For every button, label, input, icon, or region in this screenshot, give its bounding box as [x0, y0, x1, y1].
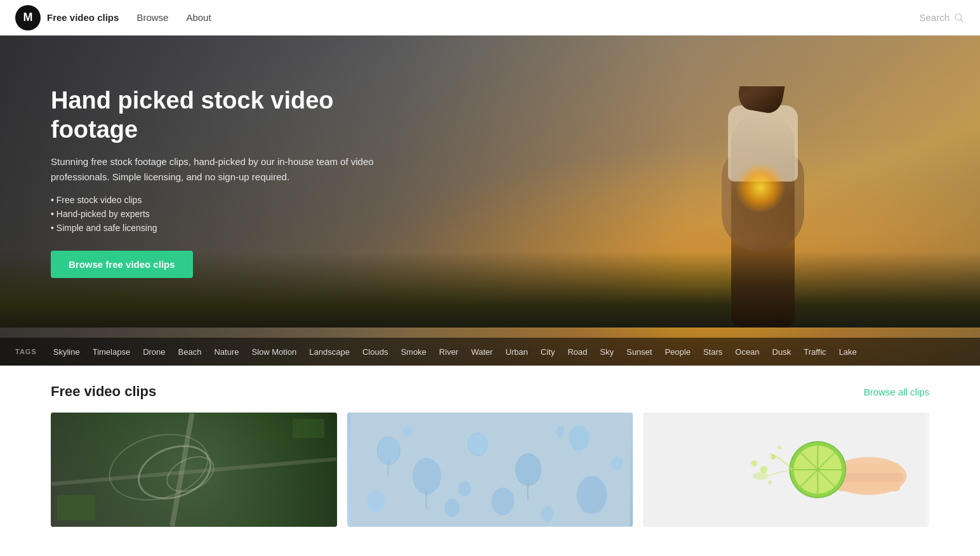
tag-slow-motion[interactable]: Slow Motion [245, 347, 303, 357]
tag-traffic[interactable]: Traffic [797, 347, 832, 357]
tag-sunset[interactable]: Sunset [620, 347, 658, 357]
clip-card-aerial[interactable] [51, 413, 337, 527]
search-area: Search [919, 12, 965, 23]
nav-about[interactable]: About [186, 12, 211, 23]
hero-subtitle: Stunning free stock footage clips, hand-… [51, 154, 381, 185]
tag-timelapse[interactable]: Timelapse [86, 347, 136, 357]
search-icon[interactable] [953, 12, 965, 23]
site-name: Free video clips [47, 12, 119, 23]
svg-point-31 [769, 480, 772, 484]
svg-point-16 [555, 426, 564, 437]
tags-bar: TAGS Skyline Timelapse Drone Beach Natur… [0, 338, 980, 366]
svg-point-12 [541, 506, 553, 522]
tag-ocean[interactable]: Ocean [729, 347, 765, 357]
tag-sky[interactable]: Sky [593, 347, 620, 357]
tag-people[interactable]: People [658, 347, 696, 357]
svg-point-5 [468, 433, 487, 456]
tag-beach[interactable]: Beach [172, 347, 208, 357]
tag-stars[interactable]: Stars [697, 347, 729, 357]
hero-content: Hand picked stock video footage Stunning… [51, 86, 381, 278]
svg-point-4 [413, 458, 440, 494]
browse-all-link[interactable]: Browse all clips [864, 387, 929, 397]
hero-section: Hand picked stock video footage Stunning… [0, 36, 980, 366]
browse-cta-button[interactable]: Browse free video clips [51, 251, 193, 278]
tag-lake[interactable]: Lake [833, 347, 863, 357]
svg-point-33 [778, 446, 782, 449]
svg-line-1 [961, 19, 963, 22]
clip-card-rain[interactable] [347, 413, 633, 527]
clips-grid [51, 413, 929, 527]
tag-nature[interactable]: Nature [208, 347, 245, 357]
search-label: Search [919, 12, 950, 23]
clips-title: Free video clips [51, 383, 156, 400]
svg-point-6 [515, 454, 541, 486]
bullet-2: Hand-picked by experts [51, 209, 381, 219]
bullet-3: Simple and safe licensing [51, 223, 381, 233]
svg-point-32 [752, 460, 758, 467]
tag-city[interactable]: City [534, 347, 561, 357]
clips-section: Free video clips Browse all clips [0, 366, 980, 552]
bullet-1: Free stock video clips [51, 195, 381, 205]
hero-title: Hand picked stock video footage [51, 86, 381, 144]
svg-rect-21 [837, 482, 901, 491]
svg-point-10 [444, 498, 460, 517]
svg-point-8 [576, 476, 607, 514]
logo-icon: M [15, 5, 41, 30]
clip-card-lime[interactable] [643, 413, 929, 527]
tags-label: TAGS [15, 348, 37, 355]
tag-skyline[interactable]: Skyline [47, 347, 86, 357]
hero-bullets: Free stock video clips Hand-picked by ex… [51, 195, 381, 233]
tag-drone[interactable]: Drone [136, 347, 171, 357]
svg-point-9 [367, 491, 385, 512]
logo-link[interactable]: M Free video clips [15, 5, 119, 30]
nav-browse[interactable]: Browse [136, 12, 168, 23]
svg-point-7 [569, 425, 589, 451]
tag-smoke[interactable]: Smoke [394, 347, 432, 357]
tag-landscape[interactable]: Landscape [303, 347, 356, 357]
navbar: M Free video clips Browse About Search [0, 0, 980, 36]
tag-road[interactable]: Road [561, 347, 593, 357]
svg-point-15 [611, 456, 623, 470]
lime-svg [643, 413, 929, 527]
tag-river[interactable]: River [433, 347, 465, 357]
nav-links: Browse About [136, 12, 211, 23]
tag-urban[interactable]: Urban [499, 347, 534, 357]
tag-water[interactable]: Water [465, 347, 499, 357]
svg-point-13 [402, 425, 413, 438]
tag-dusk[interactable]: Dusk [766, 347, 798, 357]
svg-point-0 [955, 14, 962, 20]
aerial-overlay [51, 413, 337, 527]
clips-header: Free video clips Browse all clips [51, 383, 929, 400]
tag-clouds[interactable]: Clouds [356, 347, 394, 357]
svg-rect-19 [837, 463, 901, 473]
svg-point-34 [753, 472, 769, 480]
rain-svg [347, 413, 633, 527]
svg-point-14 [458, 481, 471, 496]
svg-point-11 [491, 487, 514, 515]
